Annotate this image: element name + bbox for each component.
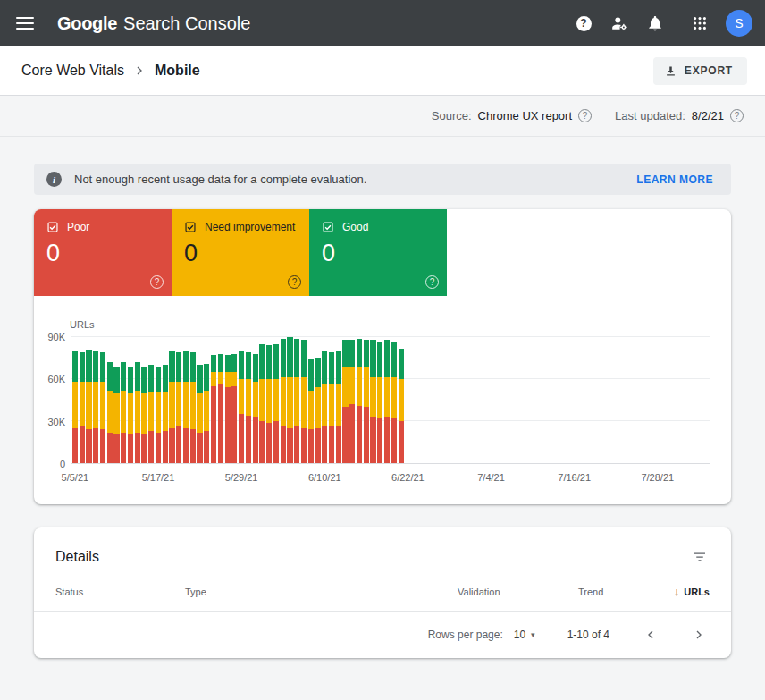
checkbox-checked-icon[interactable] <box>184 221 197 233</box>
apps-grid-icon[interactable] <box>685 8 715 38</box>
chart-bar[interactable] <box>308 337 314 463</box>
column-status[interactable]: Status <box>55 586 185 597</box>
chart-bar[interactable] <box>204 337 209 463</box>
chart-bar[interactable] <box>163 337 168 463</box>
page-title: Mobile <box>155 63 200 79</box>
chart-bar[interactable] <box>336 337 341 463</box>
chart-bar[interactable] <box>322 337 327 463</box>
checkbox-checked-icon[interactable] <box>322 221 334 233</box>
tile-header: Need improvement <box>184 221 297 233</box>
report-meta: Source: Chrome UX report ? Last updated:… <box>0 96 765 137</box>
column-type[interactable]: Type <box>185 586 458 597</box>
chart-bar[interactable] <box>100 337 105 463</box>
chart-bar[interactable] <box>218 337 223 463</box>
chart-bar[interactable] <box>176 337 181 463</box>
chart-bar[interactable] <box>273 337 279 463</box>
app-logo[interactable]: Google Search Console <box>57 13 250 34</box>
tile-poor[interactable]: Poor 0 ? <box>34 209 172 296</box>
person-gear-glyph <box>610 14 629 33</box>
chart-bar[interactable] <box>399 337 404 463</box>
chart-bar[interactable] <box>329 337 334 463</box>
chart-bar[interactable] <box>93 337 98 463</box>
chart-bar[interactable] <box>148 337 154 463</box>
help-icon[interactable]: ? <box>568 8 599 38</box>
help-outline-icon[interactable]: ? <box>730 109 744 122</box>
x-tick-label: 7/4/21 <box>477 472 505 483</box>
pagination-range: 1-10 of 4 <box>567 628 609 641</box>
column-validation[interactable]: Validation <box>458 586 578 597</box>
help-outline-icon[interactable]: ? <box>150 275 164 289</box>
details-card: Details Status Type Validation Trend ↓ U… <box>34 527 731 658</box>
chart-bar[interactable] <box>287 337 292 463</box>
chart-bar[interactable] <box>190 337 196 463</box>
chart-bar[interactable] <box>197 337 202 463</box>
help-glyph: ? <box>576 16 592 31</box>
chart-bar[interactable] <box>266 337 272 463</box>
tile-good[interactable]: Good 0 ? <box>309 209 447 296</box>
breadcrumb-section[interactable]: Core Web Vitals <box>21 63 124 79</box>
chart-bar[interactable] <box>86 337 91 463</box>
chart-bar[interactable] <box>72 337 78 463</box>
chart-bar[interactable] <box>107 337 113 463</box>
avatar[interactable]: S <box>726 10 752 37</box>
chart-bar[interactable] <box>169 337 174 463</box>
chart-bar[interactable] <box>156 337 161 463</box>
chart-bar[interactable] <box>80 337 85 463</box>
details-table-header: Status Type Validation Trend ↓ URLs <box>34 585 731 612</box>
learn-more-link[interactable]: LEARN MORE <box>636 173 713 186</box>
chart-bar[interactable] <box>301 337 307 463</box>
column-urls-sorted[interactable]: ↓ URLs <box>638 585 710 598</box>
chart-bar[interactable] <box>141 337 147 463</box>
chart-bar[interactable] <box>121 337 126 463</box>
x-tick-label: 7/16/21 <box>558 472 591 483</box>
tile-label: Poor <box>67 221 89 233</box>
y-tick-label: 90K <box>47 332 65 342</box>
breadcrumb: Core Web Vitals Mobile EXPORT <box>0 46 765 96</box>
chart-bar[interactable] <box>294 337 299 463</box>
help-outline-icon[interactable]: ? <box>288 275 301 289</box>
rows-per-page-label: Rows per page: <box>428 628 503 641</box>
help-outline-icon[interactable]: ? <box>425 275 439 289</box>
chart-bar[interactable] <box>384 337 390 463</box>
chart-bar[interactable] <box>225 337 231 463</box>
column-trend[interactable]: Trend <box>578 586 638 597</box>
chart-bar[interactable] <box>128 337 133 463</box>
chart-bar[interactable] <box>113 337 119 463</box>
logo-google: Google <box>57 13 117 34</box>
bell-glyph <box>646 14 664 32</box>
chart-bar[interactable] <box>246 337 251 463</box>
filter-icon[interactable] <box>690 547 710 567</box>
chart-plot <box>71 337 710 464</box>
help-outline-icon[interactable]: ? <box>578 109 592 122</box>
chart-bar[interactable] <box>364 337 369 463</box>
tile-need-improvement[interactable]: Need improvement 0 ? <box>172 209 309 296</box>
menu-icon[interactable] <box>16 17 34 30</box>
chart-bar[interactable] <box>135 337 140 463</box>
chart-bar[interactable] <box>315 337 320 463</box>
chart-bar[interactable] <box>281 337 286 463</box>
chart-bar[interactable] <box>377 337 382 463</box>
chart-bar[interactable] <box>342 337 348 463</box>
chart-bar[interactable] <box>391 337 397 463</box>
export-button[interactable]: EXPORT <box>653 57 747 85</box>
y-tick-label: 60K <box>47 374 65 384</box>
chart-bar[interactable] <box>259 337 265 463</box>
y-tick-label: 30K <box>47 417 65 427</box>
chart-bar[interactable] <box>183 337 189 463</box>
pagination: Rows per page: 10 ▾ 1-10 of 4 <box>34 612 731 658</box>
chart-bar[interactable] <box>253 337 258 463</box>
chart-bar[interactable] <box>370 337 375 463</box>
source-value: Chrome UX report <box>478 109 572 122</box>
chart-bar[interactable] <box>211 337 216 463</box>
checkbox-checked-icon[interactable] <box>46 221 59 233</box>
chart-bar[interactable] <box>231 337 237 463</box>
previous-page-button[interactable] <box>643 628 658 642</box>
next-page-button[interactable] <box>692 628 706 642</box>
rows-per-page-select[interactable]: 10 ▾ <box>514 628 535 641</box>
chart-bar[interactable] <box>239 337 244 463</box>
chart-bar[interactable] <box>349 337 355 463</box>
notifications-icon[interactable] <box>640 8 670 38</box>
manage-users-icon[interactable] <box>604 8 635 38</box>
chart-bar[interactable] <box>357 337 362 463</box>
banner-message: Not enough recent usage data for a compl… <box>74 173 366 186</box>
